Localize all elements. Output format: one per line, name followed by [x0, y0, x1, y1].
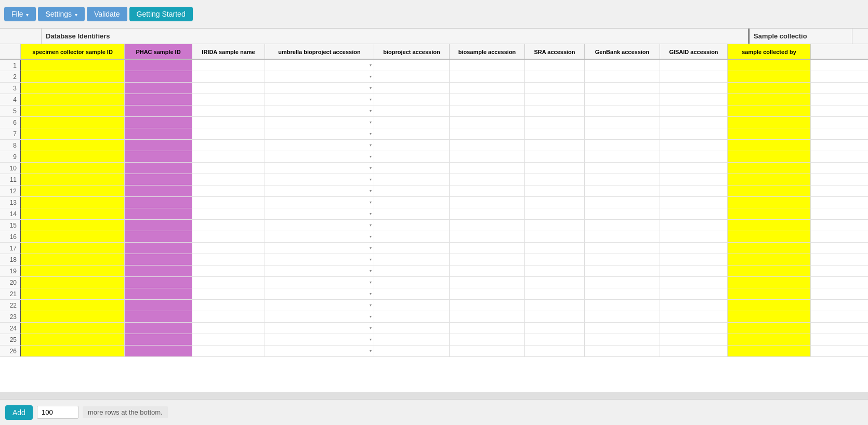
cell-specimen[interactable] [21, 254, 125, 265]
cell-bioproject[interactable] [374, 71, 450, 82]
cell-umbrella[interactable]: ▾ [265, 105, 374, 116]
cell-genbank[interactable] [585, 231, 660, 242]
cell-genbank[interactable] [585, 174, 660, 185]
cell-biosample[interactable] [450, 117, 525, 128]
cell-umbrella[interactable]: ▾ [265, 117, 374, 128]
cell-gisaid[interactable] [660, 60, 728, 71]
cell-gisaid[interactable] [660, 231, 728, 242]
cell-genbank[interactable] [585, 151, 660, 162]
table-row[interactable]: 26▾ [0, 346, 868, 357]
table-row[interactable]: 1▾ [0, 60, 868, 71]
table-row[interactable]: 23▾ [0, 311, 868, 323]
cell-phac[interactable] [125, 311, 192, 322]
table-row[interactable]: 2▾ [0, 71, 868, 83]
table-row[interactable]: 3▾ [0, 83, 868, 94]
cell-specimen[interactable] [21, 334, 125, 345]
table-row[interactable]: 6▾ [0, 117, 868, 128]
grid-body[interactable]: 1▾2▾3▾4▾5▾6▾7▾8▾9▾10▾11▾12▾13▾14▾15▾16▾1… [0, 60, 868, 392]
cell-irida[interactable] [192, 277, 265, 288]
cell-irida[interactable] [192, 300, 265, 311]
cell-phac[interactable] [125, 140, 192, 151]
cell-sample_collected[interactable] [728, 163, 811, 174]
cell-sample_collected[interactable] [728, 197, 811, 208]
cell-phac[interactable] [125, 71, 192, 82]
cell-umbrella[interactable]: ▾ [265, 94, 374, 105]
getting-started-button[interactable]: Getting Started [129, 7, 193, 21]
cell-genbank[interactable] [585, 346, 660, 356]
cell-bioproject[interactable] [374, 231, 450, 242]
cell-sample_collected[interactable] [728, 265, 811, 276]
cell-bioproject[interactable] [374, 117, 450, 128]
cell-gisaid[interactable] [660, 128, 728, 139]
cell-biosample[interactable] [450, 311, 525, 322]
cell-umbrella[interactable]: ▾ [265, 60, 374, 71]
cell-gisaid[interactable] [660, 163, 728, 174]
cell-irida[interactable] [192, 185, 265, 196]
cell-biosample[interactable] [450, 334, 525, 345]
cell-sra[interactable] [525, 334, 585, 345]
table-row[interactable]: 9▾ [0, 151, 868, 163]
cell-sra[interactable] [525, 105, 585, 116]
table-row[interactable]: 13▾ [0, 197, 868, 208]
cell-bioproject[interactable] [374, 128, 450, 139]
rows-count-input[interactable] [37, 406, 78, 419]
cell-sra[interactable] [525, 185, 585, 196]
cell-phac[interactable] [125, 346, 192, 356]
cell-bioproject[interactable] [374, 220, 450, 231]
cell-irida[interactable] [192, 94, 265, 105]
cell-specimen[interactable] [21, 185, 125, 196]
cell-genbank[interactable] [585, 71, 660, 82]
cell-sample_collected[interactable] [728, 288, 811, 299]
cell-irida[interactable] [192, 220, 265, 231]
cell-phac[interactable] [125, 288, 192, 299]
cell-irida[interactable] [192, 151, 265, 162]
cell-sample_collected[interactable] [728, 105, 811, 116]
cell-specimen[interactable] [21, 105, 125, 116]
cell-biosample[interactable] [450, 105, 525, 116]
cell-biosample[interactable] [450, 128, 525, 139]
cell-sample_collected[interactable] [728, 128, 811, 139]
cell-irida[interactable] [192, 254, 265, 265]
cell-biosample[interactable] [450, 288, 525, 299]
cell-umbrella[interactable]: ▾ [265, 174, 374, 185]
cell-irida[interactable] [192, 197, 265, 208]
cell-sra[interactable] [525, 117, 585, 128]
cell-gisaid[interactable] [660, 277, 728, 288]
cell-gisaid[interactable] [660, 140, 728, 151]
cell-umbrella[interactable]: ▾ [265, 231, 374, 242]
cell-specimen[interactable] [21, 94, 125, 105]
cell-phac[interactable] [125, 323, 192, 334]
cell-genbank[interactable] [585, 334, 660, 345]
cell-umbrella[interactable]: ▾ [265, 208, 374, 219]
cell-sample_collected[interactable] [728, 94, 811, 105]
table-row[interactable]: 18▾ [0, 254, 868, 265]
cell-genbank[interactable] [585, 220, 660, 231]
cell-irida[interactable] [192, 174, 265, 185]
cell-sra[interactable] [525, 254, 585, 265]
cell-phac[interactable] [125, 208, 192, 219]
cell-umbrella[interactable]: ▾ [265, 311, 374, 322]
cell-sra[interactable] [525, 151, 585, 162]
cell-bioproject[interactable] [374, 163, 450, 174]
cell-biosample[interactable] [450, 220, 525, 231]
cell-phac[interactable] [125, 277, 192, 288]
cell-bioproject[interactable] [374, 83, 450, 94]
cell-sra[interactable] [525, 140, 585, 151]
table-row[interactable]: 12▾ [0, 185, 868, 197]
cell-biosample[interactable] [450, 163, 525, 174]
cell-umbrella[interactable]: ▾ [265, 300, 374, 311]
cell-irida[interactable] [192, 323, 265, 334]
cell-sample_collected[interactable] [728, 185, 811, 196]
cell-bioproject[interactable] [374, 323, 450, 334]
cell-phac[interactable] [125, 231, 192, 242]
cell-irida[interactable] [192, 288, 265, 299]
cell-sample_collected[interactable] [728, 117, 811, 128]
table-row[interactable]: 21▾ [0, 288, 868, 300]
cell-bioproject[interactable] [374, 265, 450, 276]
table-row[interactable]: 14▾ [0, 208, 868, 220]
cell-phac[interactable] [125, 94, 192, 105]
cell-sra[interactable] [525, 83, 585, 94]
table-row[interactable]: 4▾ [0, 94, 868, 105]
cell-irida[interactable] [192, 140, 265, 151]
table-row[interactable]: 20▾ [0, 277, 868, 288]
